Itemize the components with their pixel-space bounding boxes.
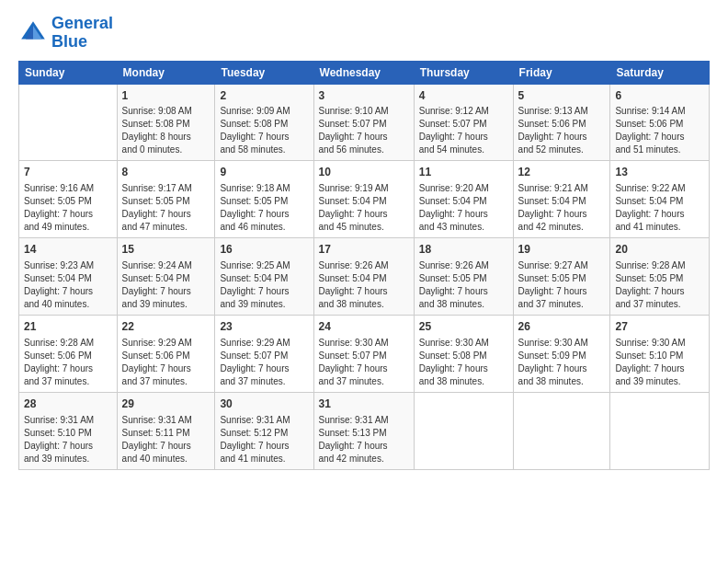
cell-info: Sunrise: 9:17 AM [122, 182, 210, 195]
cell-info: Sunset: 5:06 PM [518, 118, 606, 131]
cell-info: Sunset: 5:13 PM [319, 427, 409, 440]
cell-info: Sunrise: 9:30 AM [518, 337, 606, 350]
cell-info: Sunset: 5:04 PM [319, 195, 409, 208]
cell-info: Daylight: 7 hours [615, 285, 704, 298]
cell-info: Daylight: 7 hours [419, 362, 508, 375]
day-number: 3 [319, 88, 409, 104]
cell-info: Sunrise: 9:27 AM [518, 259, 606, 272]
cell-info: Sunrise: 9:19 AM [319, 182, 409, 195]
calendar-cell: 1Sunrise: 9:08 AMSunset: 5:08 PMDaylight… [117, 84, 215, 161]
cell-info: Daylight: 7 hours [615, 131, 704, 144]
cell-info: Daylight: 7 hours [220, 208, 308, 221]
calendar-week-4: 21Sunrise: 9:28 AMSunset: 5:06 PMDayligh… [19, 315, 710, 392]
cell-info: Sunrise: 9:26 AM [319, 259, 409, 272]
cell-info: and 56 minutes. [319, 144, 409, 156]
cell-info: Daylight: 7 hours [24, 440, 112, 453]
day-number: 24 [319, 319, 409, 335]
cell-info: Sunset: 5:04 PM [419, 195, 508, 208]
calendar-cell: 21Sunrise: 9:28 AMSunset: 5:06 PMDayligh… [19, 315, 118, 392]
cell-info: Sunset: 5:04 PM [122, 272, 210, 285]
cell-info: Sunrise: 9:12 AM [419, 105, 508, 118]
cell-info: Daylight: 7 hours [419, 208, 508, 221]
calendar-cell: 2Sunrise: 9:09 AMSunset: 5:08 PMDaylight… [215, 84, 313, 161]
cell-info: and 39 minutes. [122, 298, 210, 311]
cell-info: Daylight: 7 hours [24, 208, 112, 221]
cell-info: and 38 minutes. [419, 375, 508, 388]
calendar-cell: 14Sunrise: 9:23 AMSunset: 5:04 PMDayligh… [19, 238, 118, 316]
cell-info: Daylight: 7 hours [220, 440, 308, 453]
cell-info: Daylight: 8 hours [122, 131, 210, 144]
cell-info: Daylight: 7 hours [518, 362, 606, 375]
day-number: 5 [518, 88, 606, 104]
cell-info: and 39 minutes. [615, 375, 704, 388]
calendar-body: 1Sunrise: 9:08 AMSunset: 5:08 PMDaylight… [19, 84, 710, 469]
calendar-cell: 13Sunrise: 9:22 AMSunset: 5:04 PMDayligh… [610, 161, 710, 238]
cell-info: Sunset: 5:12 PM [220, 427, 308, 440]
calendar-cell: 12Sunrise: 9:21 AMSunset: 5:04 PMDayligh… [513, 161, 610, 238]
cell-info: Daylight: 7 hours [615, 362, 704, 375]
calendar-cell: 16Sunrise: 9:25 AMSunset: 5:04 PMDayligh… [215, 238, 313, 316]
cell-info: Daylight: 7 hours [122, 208, 210, 221]
cell-info: and 37 minutes. [319, 375, 409, 388]
day-number: 7 [24, 165, 112, 180]
logo-text: General Blue [51, 15, 113, 52]
cell-info: Sunrise: 9:08 AM [122, 105, 210, 118]
cell-info: Daylight: 7 hours [319, 208, 409, 221]
calendar-cell [414, 392, 513, 469]
cell-info: Sunset: 5:05 PM [615, 272, 704, 285]
day-number: 19 [518, 242, 606, 258]
calendar-cell: 23Sunrise: 9:29 AMSunset: 5:07 PMDayligh… [215, 315, 313, 392]
cell-info: Sunset: 5:05 PM [419, 272, 508, 285]
cell-info: Daylight: 7 hours [615, 208, 704, 221]
day-number: 30 [220, 396, 308, 412]
logo: General Blue [18, 15, 113, 52]
cell-info: Sunrise: 9:22 AM [615, 182, 704, 195]
cell-info: Sunset: 5:04 PM [24, 272, 112, 285]
cell-info: Sunset: 5:07 PM [220, 350, 308, 362]
day-number: 27 [615, 319, 704, 335]
cell-info: and 37 minutes. [615, 298, 704, 311]
cell-info: and 52 minutes. [518, 144, 606, 156]
calendar-cell: 25Sunrise: 9:30 AMSunset: 5:08 PMDayligh… [414, 315, 513, 392]
svg-marker-1 [33, 26, 42, 39]
cell-info: and 37 minutes. [24, 375, 112, 388]
header-cell-wednesday: Wednesday [313, 61, 414, 84]
cell-info: Sunrise: 9:31 AM [220, 414, 308, 427]
day-number: 1 [122, 88, 210, 104]
cell-info: and 0 minutes. [122, 144, 210, 156]
cell-info: Daylight: 7 hours [122, 285, 210, 298]
cell-info: and 37 minutes. [220, 375, 308, 388]
calendar-cell: 8Sunrise: 9:17 AMSunset: 5:05 PMDaylight… [117, 161, 215, 238]
calendar-cell [513, 392, 610, 469]
day-number: 8 [122, 165, 210, 180]
header-cell-friday: Friday [513, 61, 610, 84]
cell-info: Sunset: 5:05 PM [122, 195, 210, 208]
day-number: 26 [518, 319, 606, 335]
page: General Blue SundayMondayTuesdayWednesda… [0, 0, 728, 563]
calendar-cell: 27Sunrise: 9:30 AMSunset: 5:10 PMDayligh… [610, 315, 710, 392]
header-cell-saturday: Saturday [610, 61, 710, 84]
cell-info: Sunrise: 9:20 AM [419, 182, 508, 195]
cell-info: Sunset: 5:05 PM [518, 272, 606, 285]
cell-info: Sunrise: 9:30 AM [419, 337, 508, 350]
cell-info: and 37 minutes. [518, 298, 606, 311]
cell-info: Sunset: 5:04 PM [220, 272, 308, 285]
cell-info: Sunrise: 9:24 AM [122, 259, 210, 272]
day-number: 23 [220, 319, 308, 335]
day-number: 12 [518, 165, 606, 180]
cell-info: Daylight: 7 hours [419, 285, 508, 298]
cell-info: Sunrise: 9:29 AM [220, 337, 308, 350]
cell-info: Sunrise: 9:30 AM [615, 337, 704, 350]
cell-info: Daylight: 7 hours [518, 285, 606, 298]
calendar-cell: 28Sunrise: 9:31 AMSunset: 5:10 PMDayligh… [19, 392, 118, 469]
cell-info: Sunset: 5:07 PM [319, 350, 409, 362]
day-number: 11 [419, 165, 508, 180]
calendar-cell: 19Sunrise: 9:27 AMSunset: 5:05 PMDayligh… [513, 238, 610, 316]
cell-info: Sunset: 5:10 PM [615, 350, 704, 362]
cell-info: Sunset: 5:11 PM [122, 427, 210, 440]
calendar-cell: 24Sunrise: 9:30 AMSunset: 5:07 PMDayligh… [313, 315, 414, 392]
day-number: 18 [419, 242, 508, 258]
cell-info: Sunset: 5:08 PM [122, 118, 210, 131]
header-cell-tuesday: Tuesday [215, 61, 313, 84]
calendar-cell: 5Sunrise: 9:13 AMSunset: 5:06 PMDaylight… [513, 84, 610, 161]
